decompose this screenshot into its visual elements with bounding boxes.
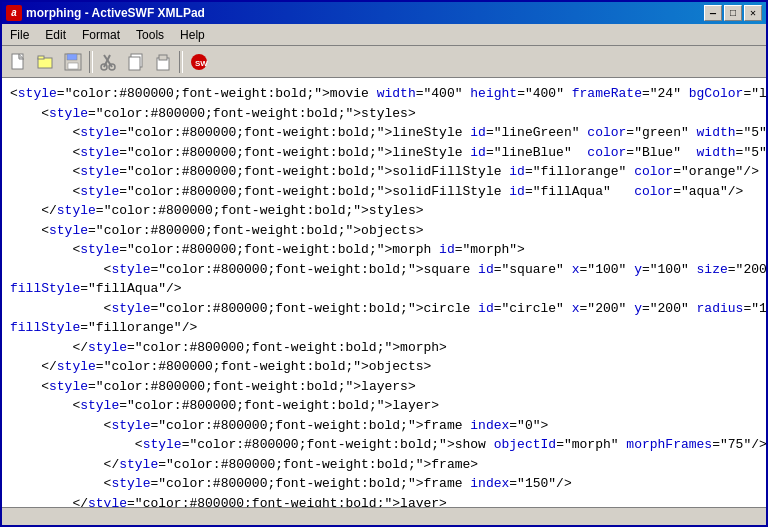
toolbar-separator-1	[89, 51, 93, 73]
menu-edit[interactable]: Edit	[37, 26, 74, 44]
save-icon	[64, 53, 82, 71]
swf-button[interactable]: SWF	[186, 50, 212, 74]
svg-text:SWF: SWF	[195, 59, 208, 68]
menu-format[interactable]: Format	[74, 26, 128, 44]
minimize-button[interactable]: —	[704, 5, 722, 21]
swf-icon: SWF	[190, 53, 208, 71]
title-buttons: — □ ✕	[704, 5, 762, 21]
maximize-button[interactable]: □	[724, 5, 742, 21]
toolbar: SWF	[2, 46, 766, 78]
close-button[interactable]: ✕	[744, 5, 762, 21]
menu-bar: File Edit Format Tools Help	[2, 24, 766, 46]
save-button[interactable]	[60, 50, 86, 74]
menu-help[interactable]: Help	[172, 26, 213, 44]
menu-tools[interactable]: Tools	[128, 26, 172, 44]
title-bar-left: a morphing - ActiveSWF XMLPad	[6, 5, 205, 21]
svg-rect-12	[129, 57, 140, 70]
svg-rect-5	[67, 54, 77, 60]
title-bar: a morphing - ActiveSWF XMLPad — □ ✕	[2, 2, 766, 24]
cut-icon	[100, 53, 118, 71]
open-icon	[37, 53, 55, 71]
toolbar-separator-2	[179, 51, 183, 73]
status-bar	[2, 507, 766, 525]
new-icon	[10, 53, 28, 71]
paste-icon	[154, 53, 172, 71]
copy-icon	[127, 53, 145, 71]
code-editor[interactable]: <style="color:#800000;font-weight:bold;"…	[2, 78, 766, 507]
copy-button[interactable]	[123, 50, 149, 74]
main-window: a morphing - ActiveSWF XMLPad — □ ✕ File…	[0, 0, 768, 527]
svg-rect-14	[159, 55, 167, 60]
svg-rect-3	[38, 56, 44, 59]
app-icon: a	[6, 5, 22, 21]
new-button[interactable]	[6, 50, 32, 74]
open-button[interactable]	[33, 50, 59, 74]
cut-button[interactable]	[96, 50, 122, 74]
paste-button[interactable]	[150, 50, 176, 74]
svg-rect-6	[68, 63, 78, 69]
menu-file[interactable]: File	[2, 26, 37, 44]
window-title: morphing - ActiveSWF XMLPad	[26, 6, 205, 20]
